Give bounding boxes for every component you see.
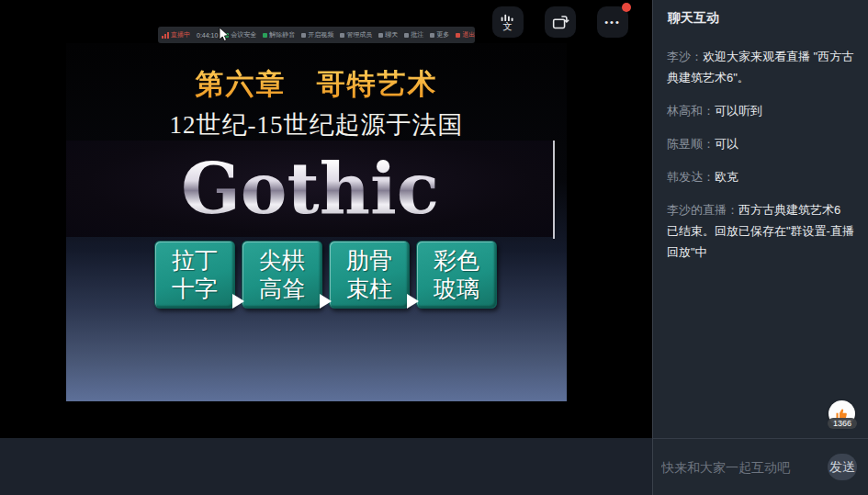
concept-box-latin-cross: 拉丁 十字 [154,241,235,309]
chat-message-list[interactable]: 李沙：欢迎大家来观看直播 "西方古典建筑艺术6"。 林高和：可以听到 陈昱顺：可… [653,39,868,263]
chat-message: 韩发达：欧克 [667,166,854,187]
toolbar-item-annotate[interactable]: 批注 [404,30,423,39]
screen-share-toolbar: 直播中 0:44:10 会议安全 解除静音 开启视频 管理成员 聊天 [158,27,475,43]
microphone-icon [263,33,267,38]
like-button[interactable]: 1366 [829,400,856,439]
pen-icon [404,33,409,38]
more-icon: ••• [604,17,621,28]
toolbar-item-chat[interactable]: 聊天 [378,30,398,39]
host-info-bar: 主播: 沙 李沙 标题: 西方古典建筑艺术6 [0,438,652,495]
chat-message-text: 欧克 [715,170,738,184]
like-count-badge: 1366 [828,418,857,429]
flow-arrow-icon [407,294,419,309]
chat-message-author: 李沙： [667,50,703,63]
more-button[interactable]: ••• [597,6,628,38]
banner-edge-line [553,141,555,239]
concept-box-ribbed-column: 肋骨 束柱 [329,241,410,309]
flow-arrow-icon [320,294,332,309]
toolbar-item-exit-fullscreen[interactable]: 退出全屏 [456,30,475,39]
live-status-indicator: 直播中 [162,30,190,39]
concept-boxes: 拉丁 十字 尖栱 高耸 肋骨 束柱 彩色 玻璃 [154,241,497,309]
chat-message: 林高和：可以听到 [667,100,854,121]
toolbar-item-unmute[interactable]: 解除静音 [263,30,295,39]
chat-panel-title: 聊天互动 [653,0,868,39]
chat-message: 陈昱顺：可以 [667,133,854,154]
meeting-timer: 0:44:10 [197,32,218,39]
members-icon [340,33,344,38]
chat-message-author: 林高和： [667,104,715,118]
chat-panel: 聊天互动 李沙：欢迎大家来观看直播 "西方古典建筑艺术6"。 林高和：可以听到 … [652,0,868,495]
notification-dot [622,3,631,12]
chat-message-author: 陈昱顺： [667,137,715,151]
chat-message-author: 韩发达： [667,170,715,184]
toolbar-item-camera[interactable]: 开启视频 [301,30,333,39]
flow-arrow-icon [232,294,244,309]
chat-input-bar: 发送 [653,438,868,495]
chat-input[interactable] [661,460,828,475]
chat-message-text: 可以听到 [715,104,762,118]
presentation-slide: 第六章 哥特艺术 12世纪-15世纪起源于法国 Gothic 拉丁 十字 尖栱 … [66,43,567,401]
live-stream-window: 直播中 0:44:10 会议安全 解除静音 开启视频 管理成员 聊天 [0,0,868,495]
chat-message: 李沙：欢迎大家来观看直播 "西方古典建筑艺术6"。 [667,46,854,88]
concept-box-pointed-arch: 尖栱 高耸 [242,241,322,309]
rotate-screen-button[interactable] [545,6,576,38]
exit-fullscreen-icon [456,33,460,38]
chat-message-author: 李沙的直播： [667,203,738,217]
video-stage: 直播中 0:44:10 会议安全 解除静音 开启视频 管理成员 聊天 [0,0,652,438]
rotate-screen-icon [550,12,570,32]
captions-icon: 文 [498,12,518,32]
toolbar-item-members[interactable]: 管理成员 [340,30,372,39]
toolbar-item-more[interactable]: 更多 [430,30,449,39]
svg-text:文: 文 [503,21,513,31]
mouse-cursor [219,27,230,43]
slide-subtitle: 12世纪-15世纪起源于法国 [66,108,567,141]
captions-button[interactable]: 文 [492,6,524,38]
chat-message: 李沙的直播：西方古典建筑艺术6 已结束。回放已保存在"群设置-直播回放"中 [667,199,854,263]
chat-message-text: 可以 [715,137,738,151]
signal-bars-icon [162,32,169,39]
send-button[interactable]: 发送 [828,454,857,480]
slide-chapter-title: 第六章 哥特艺术 [66,65,567,104]
camera-icon [301,33,306,38]
gothic-banner-image: Gothic [66,141,554,237]
ellipsis-icon [430,33,434,38]
chat-bubble-icon [378,33,383,38]
gothic-banner-text: Gothic [181,154,439,224]
concept-box-stained-glass: 彩色 玻璃 [416,241,497,309]
